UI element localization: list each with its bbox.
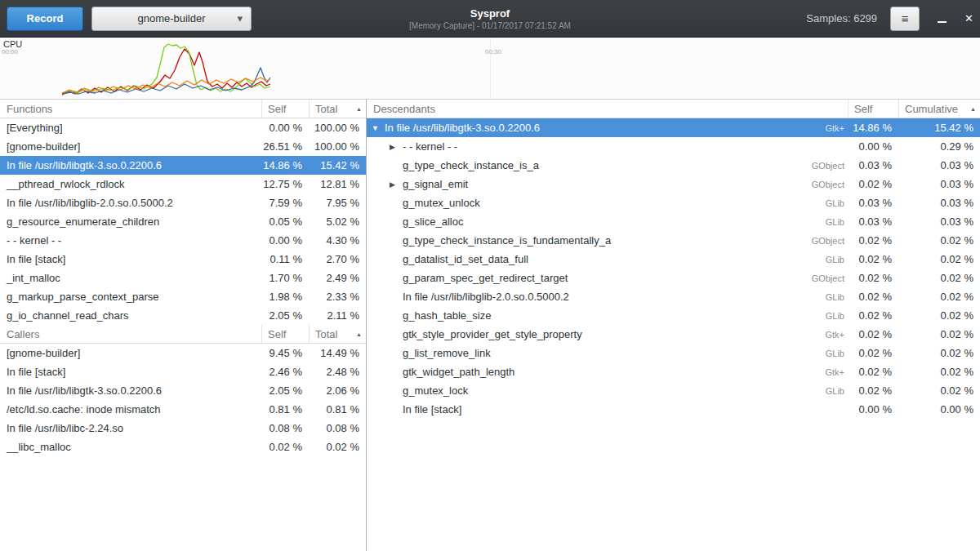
total-percent: 14.49 % [309, 347, 366, 359]
callers-column-header[interactable]: Callers [0, 328, 261, 340]
functions-table-header: Functions Self Total ▲ [0, 100, 366, 118]
descendants-cumulative-column-header[interactable]: Cumulative ▲ [898, 100, 980, 118]
cumulative-percent: 0.02 % [898, 234, 980, 247]
library-badge: GObject [791, 236, 848, 246]
table-row[interactable]: In file /usr/lib/libglib-2.0.so.0.5000.2… [367, 287, 980, 306]
self-percent: 7.59 % [261, 197, 309, 209]
expander-icon[interactable]: ▶ [390, 143, 403, 151]
cpu-chart-svg [0, 38, 980, 100]
table-row[interactable]: [gnome-builder] 26.51 % 100.00 % [0, 137, 366, 156]
table-row[interactable]: g_datalist_id_set_data_full GLib 0.02 % … [367, 250, 980, 269]
table-row[interactable]: g_list_remove_link GLib 0.02 % 0.02 % [367, 344, 980, 362]
table-row[interactable]: /etc/ld.so.cache: inode mismatch 0.81 % … [0, 400, 366, 419]
table-row[interactable]: ▼ In file /usr/lib/libgtk-3.so.0.2200.6 … [367, 118, 980, 137]
tree-indent [372, 146, 390, 147]
table-row[interactable]: In file [stack] 0.11 % 2.70 % [0, 250, 366, 269]
tree-indent [372, 278, 390, 278]
table-row[interactable]: gtk_widget_path_length Gtk+ 0.02 % 0.02 … [367, 362, 980, 381]
callers-total-column-header[interactable]: Total ▲ [309, 325, 366, 343]
cumulative-percent: 0.03 % [898, 216, 980, 228]
close-button[interactable]: ✕ [964, 12, 973, 24]
total-percent: 0.02 % [309, 441, 366, 453]
function-name: [Everything] [0, 122, 261, 134]
descendants-column-header[interactable]: Descendants [367, 103, 848, 115]
self-percent: 0.00 % [261, 234, 309, 247]
expander-icon[interactable]: ▶ [390, 180, 403, 189]
table-row[interactable]: _int_malloc 1.70 % 2.49 % [0, 269, 366, 287]
hamburger-menu-button[interactable]: ≡ [890, 7, 920, 31]
table-row[interactable]: g_hash_table_size GLib 0.02 % 0.02 % [367, 306, 980, 325]
tree-indent [372, 296, 390, 297]
self-percent: 0.02 % [848, 347, 898, 359]
table-row[interactable]: [gnome-builder] 9.45 % 14.49 % [0, 344, 366, 362]
functions-column-header[interactable]: Functions [0, 103, 261, 115]
table-row[interactable]: __pthread_rwlock_rdlock 12.75 % 12.81 % [0, 175, 366, 193]
time-tick-start: 00:00 [2, 48, 18, 56]
expander-icon[interactable]: ▼ [372, 124, 385, 132]
table-row[interactable]: - - kernel - - 0.00 % 4.30 % [0, 231, 366, 250]
table-row[interactable]: In file /usr/lib/libgtk-3.so.0.2200.6 14… [0, 156, 366, 175]
table-row[interactable]: g_io_channel_read_chars 2.05 % 2.11 % [0, 306, 366, 325]
function-name: In file /usr/lib/libglib-2.0.so.0.5000.2 [0, 197, 261, 209]
record-button[interactable]: Record [7, 7, 83, 31]
sort-arrow-icon: ▲ [356, 331, 362, 337]
tree-indent [372, 353, 390, 353]
descendant-name: g_signal_emit [403, 178, 468, 190]
table-row[interactable]: In file /usr/lib/libgtk-3.so.0.2200.6 2.… [0, 381, 366, 400]
descendants-table-header: Descendants Self Cumulative ▲ [367, 100, 980, 118]
headerbar: Record gnome-builder ▾ Sysprof [Memory C… [0, 0, 980, 38]
table-row[interactable]: In file /usr/lib/libc-2.24.so 0.08 % 0.0… [0, 419, 366, 438]
left-pane-empty-area [0, 456, 366, 551]
minimize-button[interactable] [938, 11, 947, 26]
cumulative-percent: 0.02 % [898, 291, 980, 303]
table-row[interactable]: [Everything] 0.00 % 100.00 % [0, 118, 366, 137]
self-percent: 0.05 % [261, 216, 309, 228]
descendant-name: gtk_style_provider_get_style_property [403, 328, 582, 340]
table-row[interactable]: ▶ - - kernel - - 0.00 % 0.29 % [367, 137, 980, 156]
descendant-name: g_slice_alloc [403, 216, 463, 228]
library-badge: Gtk+ [791, 330, 848, 340]
function-name: In file /usr/lib/libgtk-3.so.0.2200.6 [0, 159, 261, 171]
table-row[interactable]: g_mutex_unlock GLib 0.03 % 0.03 % [367, 193, 980, 212]
descendants-self-column-header[interactable]: Self [848, 100, 898, 118]
total-percent: 15.42 % [309, 159, 366, 171]
library-badge: GLib [791, 198, 848, 208]
functions-total-column-header[interactable]: Total ▲ [309, 100, 366, 118]
table-row[interactable]: g_resource_enumerate_children 0.05 % 5.0… [0, 212, 366, 231]
descendant-name: g_type_check_instance_is_a [403, 159, 539, 171]
table-row[interactable]: g_markup_parse_context_parse 1.98 % 2.33… [0, 287, 366, 306]
table-row[interactable]: __libc_malloc 0.02 % 0.02 % [0, 438, 366, 456]
table-row[interactable]: ▶ g_signal_emit GObject 0.02 % 0.03 % [367, 175, 980, 193]
callers-self-column-header[interactable]: Self [261, 325, 309, 343]
table-row[interactable]: g_param_spec_get_redirect_target GObject… [367, 269, 980, 287]
functions-self-column-header[interactable]: Self [261, 100, 309, 118]
caller-name: In file [stack] [0, 366, 261, 378]
cpu-graph[interactable]: CPU 00:00 00:30 [0, 38, 980, 100]
tree-indent [372, 390, 390, 391]
column-label: Total [315, 103, 337, 115]
function-name: g_markup_parse_context_parse [0, 291, 261, 303]
self-percent: 14.86 % [261, 159, 309, 171]
descendant-name: g_list_remove_link [403, 347, 491, 359]
right-pane: Descendants Self Cumulative ▲ ▼ In file … [367, 100, 980, 551]
cumulative-percent: 0.03 % [898, 197, 980, 209]
table-row[interactable]: g_type_check_instance_is_fundamentally_a… [367, 231, 980, 250]
table-row[interactable]: In file [stack] 2.46 % 2.48 % [0, 362, 366, 381]
library-badge: Gtk+ [791, 123, 848, 133]
table-row[interactable]: g_type_check_instance_is_a GObject 0.03 … [367, 156, 980, 175]
self-percent: 0.03 % [848, 216, 898, 228]
table-row[interactable]: gtk_style_provider_get_style_property Gt… [367, 325, 980, 344]
library-badge: GLib [791, 217, 848, 227]
process-selector-dropdown[interactable]: gnome-builder ▾ [91, 7, 252, 31]
table-row[interactable]: g_mutex_lock GLib 0.02 % 0.02 % [367, 381, 980, 400]
descendant-name: - - kernel - - [403, 140, 457, 153]
function-name: __pthread_rwlock_rdlock [0, 178, 261, 190]
table-row[interactable]: g_slice_alloc GLib 0.03 % 0.03 % [367, 212, 980, 231]
library-badge: GLib [791, 255, 848, 264]
cumulative-percent: 0.02 % [898, 384, 980, 397]
self-percent: 0.00 % [848, 403, 898, 415]
table-row[interactable]: In file [stack] 0.00 % 0.00 % [367, 400, 980, 419]
table-row[interactable]: In file /usr/lib/libglib-2.0.so.0.5000.2… [0, 193, 366, 212]
descendant-name: In file [stack] [403, 403, 461, 415]
self-percent: 9.45 % [261, 347, 309, 359]
